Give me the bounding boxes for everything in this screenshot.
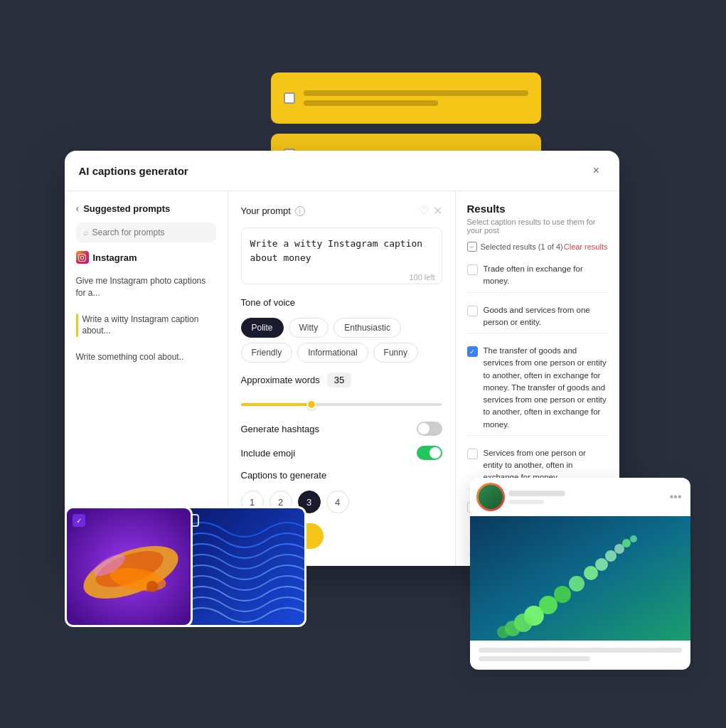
checkmark-icon: ✓ (76, 517, 82, 525)
words-row: Approximate words 35 (241, 373, 442, 387)
modal-header: AI captions generator × (65, 151, 619, 191)
result-checkbox-2[interactable] (467, 306, 478, 316)
tone-label: Tone of voice (241, 297, 442, 308)
avatar (479, 485, 503, 509)
more-options-icon[interactable]: ••• (670, 491, 682, 503)
avatar-container (479, 485, 503, 509)
usersub-line (508, 500, 544, 504)
svg-point-17 (630, 535, 637, 542)
prompt-item-1[interactable]: Give me Instagram photo captions for a..… (76, 272, 216, 302)
prompt-actions: ♡ ✕ (419, 204, 442, 218)
hashtags-label: Generate hashtags (241, 424, 320, 434)
svg-point-11 (569, 576, 584, 592)
hashtags-toggle-knob (418, 423, 429, 434)
close-button[interactable]: × (588, 162, 605, 179)
abstract-art (67, 508, 191, 625)
back-arrow-icon[interactable]: ‹ (76, 203, 80, 214)
search-input[interactable] (92, 228, 209, 237)
result-item-3: The transfer of goods and services from … (467, 341, 608, 436)
yellow-line (304, 100, 439, 106)
tone-btn-enthusiastic[interactable]: Enthusiastic (333, 318, 401, 338)
result-text-3: The transfer of goods and services from … (484, 345, 608, 431)
hashtags-toggle-row: Generate hashtags (241, 422, 442, 436)
prompt-text-1: Give me Instagram photo captions for a..… (76, 275, 216, 299)
result-item-1: Trade often in exchange for money. (467, 259, 608, 293)
tone-btn-funny[interactable]: Funny (373, 343, 418, 363)
words-value: 35 (327, 373, 351, 387)
result-text-1: Trade often in exchange for money. (484, 263, 608, 288)
abstract-art-2 (181, 508, 304, 625)
hashtags-toggle[interactable] (417, 422, 442, 436)
yellow-card-1 (271, 73, 541, 124)
tone-btn-informational[interactable]: Informational (297, 343, 368, 363)
username-line (508, 491, 565, 496)
caption-count-4[interactable]: 4 (326, 491, 349, 513)
modal-title: AI captions generator (79, 165, 188, 177)
prompt-text-2: Write a witty Instagram caption about... (82, 314, 216, 338)
results-subtitle: Select caption results to use them for y… (467, 218, 608, 235)
svg-point-10 (554, 586, 571, 603)
prompt-item-2[interactable]: Write a witty Instagram caption about... (76, 311, 216, 341)
svg-point-14 (605, 550, 616, 562)
textarea-wrapper: Write a witty Instagram caption about mo… (241, 228, 442, 287)
slider-fill (241, 403, 311, 406)
social-post-image (470, 516, 690, 641)
prompt-text-3: Write something cool about.. (76, 351, 184, 363)
tone-buttons: Polite Witty Enthusiastic Friendly Infor… (241, 318, 442, 363)
captions-label: Captions to generate (241, 470, 442, 481)
search-icon: ⌕ (83, 228, 88, 237)
svg-point-13 (595, 558, 608, 571)
tone-btn-polite[interactable]: Polite (241, 318, 284, 338)
caption-line-2 (479, 656, 590, 661)
selected-badge: − Selected results (1 of 4) (467, 242, 563, 252)
prompt-item-3[interactable]: Write something cool about.. (76, 348, 216, 366)
svg-point-12 (584, 566, 598, 580)
thumb-1-check[interactable]: ✓ (73, 514, 85, 527)
result-text-2: Goods and services from one person or en… (484, 304, 608, 329)
svg-point-9 (539, 596, 557, 614)
tone-btn-friendly[interactable]: Friendly (241, 343, 293, 363)
panel-header: ‹ Suggested prompts (76, 203, 216, 214)
thumbnail-2[interactable] (178, 506, 306, 627)
results-header-row: − Selected results (1 of 4) Clear result… (467, 242, 608, 252)
yellow-card-1-checkbox (284, 92, 295, 104)
suggested-prompts-heading: Suggested prompts (83, 203, 170, 214)
selected-count: Selected results (1 of 4) (481, 242, 563, 251)
social-card-header: ••• (470, 478, 690, 516)
slider-thumb (306, 400, 316, 410)
clear-results-button[interactable]: Clear results (564, 242, 608, 251)
platform-label: Instagram (76, 251, 216, 264)
image-thumbnails: ✓ (65, 506, 306, 627)
char-counter: 100 left (409, 273, 434, 282)
heart-icon[interactable]: ♡ (419, 204, 429, 218)
helix-art (470, 516, 690, 641)
instagram-icon (76, 251, 89, 264)
slider-track (241, 403, 442, 406)
caption-line-1 (479, 648, 682, 653)
avatar-info (508, 491, 664, 504)
words-label: Approximate words (241, 375, 320, 385)
search-box[interactable]: ⌕ (76, 223, 216, 242)
prompt-header-row: Your prompt i ♡ ✕ (241, 204, 442, 218)
results-title: Results (467, 203, 608, 215)
emoji-toggle-row: Include emoji (241, 446, 442, 460)
selected-icon: − (467, 242, 477, 252)
words-slider[interactable] (241, 397, 442, 412)
emoji-toggle[interactable] (417, 446, 442, 460)
result-checkbox-1[interactable] (467, 264, 478, 275)
result-checkbox-4[interactable] (467, 449, 478, 459)
svg-point-16 (622, 539, 631, 547)
tone-btn-witty[interactable]: Witty (289, 318, 329, 338)
social-card: ••• (470, 478, 690, 670)
yellow-card-1-lines (304, 90, 528, 106)
close-prompt-icon[interactable]: ✕ (433, 204, 442, 218)
thumbnail-1[interactable]: ✓ (65, 506, 193, 627)
social-caption-lines (470, 641, 690, 661)
result-checkbox-3[interactable] (467, 346, 478, 357)
emoji-toggle-knob (429, 447, 441, 459)
minus-icon: − (470, 243, 474, 251)
svg-point-4 (146, 581, 158, 592)
your-prompt-label: Your prompt (241, 205, 291, 216)
info-icon: i (295, 206, 305, 216)
platform-name: Instagram (93, 252, 137, 263)
